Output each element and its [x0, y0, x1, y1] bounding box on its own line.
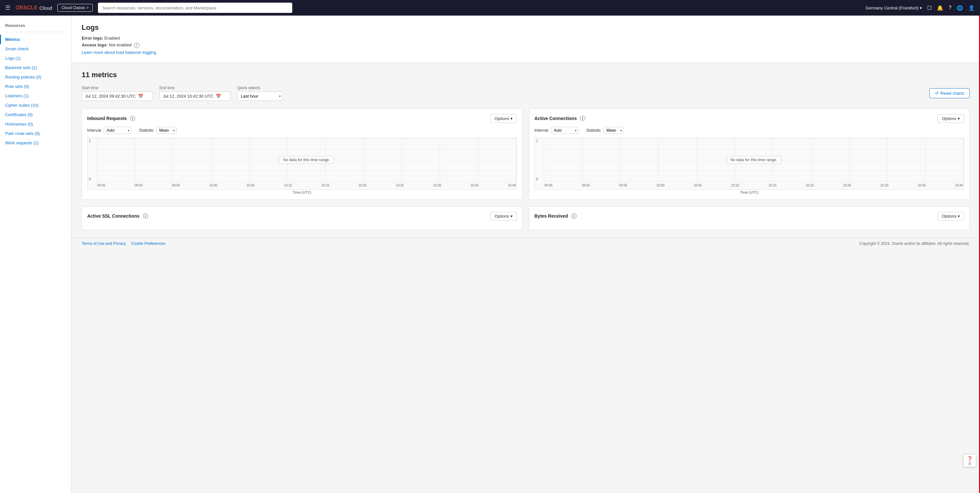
sidebar: Resources Metrics Smart check Logs (1) B…: [0, 16, 71, 493]
bytes-received-title-text: Bytes Received: [535, 214, 568, 219]
help-icon[interactable]: ?: [948, 5, 951, 11]
end-time-value: Jul 12, 2024 10:42:30 UTC: [163, 94, 213, 99]
chart-active-connections: Active Connections i Options ▾ Interval: [529, 108, 970, 200]
x-label: 10:40: [508, 183, 516, 187]
statistic-select-2[interactable]: Mean Sum Max Min: [603, 127, 624, 134]
error-logs-label: Error logs:: [82, 36, 103, 40]
end-time-input[interactable]: Jul 12, 2024 10:42:30 UTC 📅: [159, 91, 231, 101]
sidebar-item-work-requests[interactable]: Work requests (1): [0, 138, 71, 148]
x-label: 10:30: [880, 183, 889, 187]
bytes-received-info-icon[interactable]: i: [571, 214, 576, 219]
help-widget-grid-icon: ☰: [968, 462, 971, 466]
chart-inbound-requests-title: Inbound Requests i: [87, 116, 135, 121]
nav-right: Germany Central (Frankfurt) ▾ ☐ 🔔 ? 🌐 👤: [865, 5, 975, 11]
profile-avatar-icon[interactable]: 👤: [968, 5, 975, 11]
region-chevron-icon: ▾: [920, 5, 922, 10]
sidebar-item-path-route-sets[interactable]: Path route sets (0): [0, 129, 71, 138]
cookie-preferences-link[interactable]: Cookie Preferences: [131, 241, 165, 246]
y-min-2: 0: [536, 177, 542, 181]
notification-bell-icon[interactable]: 🔔: [937, 5, 943, 11]
reset-icon: ↺: [935, 91, 939, 96]
reset-charts-button[interactable]: ↺ Reset charts: [929, 88, 970, 98]
interval-select-1[interactable]: Auto 1 minute 5 minutes: [104, 127, 131, 134]
x-label: 10:10: [284, 183, 292, 187]
active-ssl-connections-info-icon[interactable]: i: [143, 214, 148, 219]
access-logs-label: Access logs:: [82, 43, 108, 47]
interval-group-2: Interval Auto 1 minute 5 minutes: [535, 127, 579, 134]
sidebar-item-backend-sets[interactable]: Backend sets (1): [0, 63, 71, 72]
cloud-classic-button[interactable]: Cloud Classic >: [57, 4, 93, 12]
v-line: [173, 138, 173, 182]
help-widget[interactable]: ❓ ☰: [963, 454, 976, 467]
inbound-requests-info-icon[interactable]: i: [130, 116, 135, 121]
access-logs-info-icon[interactable]: i: [134, 43, 139, 48]
sidebar-item-listeners[interactable]: Listeners (1): [0, 91, 71, 101]
sidebar-item-rule-sets[interactable]: Rule sets (0): [0, 82, 71, 91]
v-line: [925, 138, 926, 182]
v-line: [97, 138, 97, 182]
sidebar-item-logs[interactable]: Logs (1): [0, 54, 71, 63]
search-input[interactable]: [98, 3, 292, 13]
hamburger-icon[interactable]: ☰: [5, 4, 10, 11]
sidebar-item-smart-check[interactable]: Smart check: [0, 44, 71, 54]
cloud-text: Cloud: [40, 5, 52, 11]
end-time-calendar-icon[interactable]: 📅: [216, 94, 221, 99]
oracle-logo: ORACLE Cloud: [16, 5, 52, 11]
start-time-calendar-icon[interactable]: 📅: [138, 94, 143, 99]
inbound-requests-title-text: Inbound Requests: [87, 116, 127, 121]
inbound-requests-chart-area: 1 0: [87, 138, 517, 190]
inbound-requests-options-button[interactable]: Options ▾: [490, 114, 517, 123]
terminal-icon[interactable]: ☐: [927, 5, 932, 11]
sidebar-item-certificates[interactable]: Certificates (0): [0, 110, 71, 120]
chart-active-connections-header: Active Connections i Options ▾: [535, 114, 964, 123]
reset-charts-label: Reset charts: [940, 91, 964, 96]
region-selector[interactable]: Germany Central (Frankfurt) ▾: [865, 5, 922, 10]
options-chevron-icon-2: ▾: [958, 116, 960, 121]
v-line: [135, 138, 135, 182]
x-label: 10:05: [694, 183, 702, 187]
chart-inner-1: No data for this time range.: [97, 138, 517, 182]
sidebar-item-metrics[interactable]: Metrics: [0, 35, 71, 44]
chart-bytes-received: Bytes Received i Options ▾: [529, 206, 970, 230]
sidebar-item-hostnames[interactable]: Hostnames (0): [0, 120, 71, 129]
active-connections-options-button[interactable]: Options ▾: [937, 114, 964, 123]
v-line: [582, 138, 582, 182]
time-axis-label-2: Time (UTC): [535, 190, 964, 194]
active-connections-controls: Interval Auto 1 minute 5 minutes Statist…: [535, 127, 964, 134]
x-label: 10:10: [731, 183, 739, 187]
sidebar-item-routing-policies[interactable]: Routing policies (0): [0, 72, 71, 82]
learn-more-link[interactable]: Learn more about load balancer logging.: [82, 50, 157, 55]
active-connections-info-icon[interactable]: i: [580, 116, 585, 121]
x-label: 09:45: [97, 183, 105, 187]
interval-select-wrap-1: Auto 1 minute 5 minutes: [104, 127, 131, 134]
quick-selects-group: Quick selects Last hour Last 3 hours Las…: [237, 86, 283, 101]
options-chevron-icon: ▾: [511, 116, 513, 121]
x-label: 10:25: [843, 183, 851, 187]
terms-link[interactable]: Terms of Use and Privacy: [82, 241, 126, 246]
interval-select-2[interactable]: Auto 1 minute 5 minutes: [551, 127, 579, 134]
v-line: [658, 138, 659, 182]
bytes-received-options-button[interactable]: Options ▾: [937, 212, 964, 220]
chart-active-ssl-connections-title: Active SSL Connections i: [87, 214, 148, 219]
v-line: [478, 138, 478, 182]
chart-bytes-received-header: Bytes Received i Options ▾: [535, 212, 964, 220]
main-content: Logs Error logs: Enabled Access logs: No…: [71, 16, 980, 493]
quick-selects-wrap: Last hour Last 3 hours Last 6 hours Last…: [237, 91, 283, 101]
v-line: [402, 138, 402, 182]
interval-label-2: Interval: [535, 128, 548, 132]
statistic-select-1[interactable]: Mean Sum Max Min: [156, 127, 177, 134]
active-ssl-connections-options-button[interactable]: Options ▾: [490, 212, 517, 220]
chart-active-ssl-connections: Active SSL Connections i Options ▾: [82, 206, 522, 230]
error-logs-row: Error logs: Enabled: [82, 36, 970, 40]
top-nav: ☰ ORACLE Cloud Cloud Classic > Germany C…: [0, 0, 980, 16]
x-labels-2: 09:45 09:50 09:55 10:00 10:05 10:10 10:1…: [544, 182, 964, 190]
metrics-section: 11 metrics Start time Jul 12, 2024 09:42…: [71, 63, 980, 238]
start-time-input[interactable]: Jul 12, 2024 09:42:30 UTC 📅: [82, 91, 153, 101]
quick-selects-dropdown[interactable]: Last hour Last 3 hours Last 6 hours Last…: [237, 91, 283, 101]
logs-title: Logs: [82, 23, 970, 32]
sidebar-divider: [5, 32, 66, 32]
globe-icon[interactable]: 🌐: [957, 5, 963, 11]
x-label: 10:25: [396, 183, 404, 187]
chart-active-ssl-connections-header: Active SSL Connections i Options ▾: [87, 212, 517, 220]
sidebar-item-cipher-suites[interactable]: Cipher suites (10): [0, 101, 71, 110]
